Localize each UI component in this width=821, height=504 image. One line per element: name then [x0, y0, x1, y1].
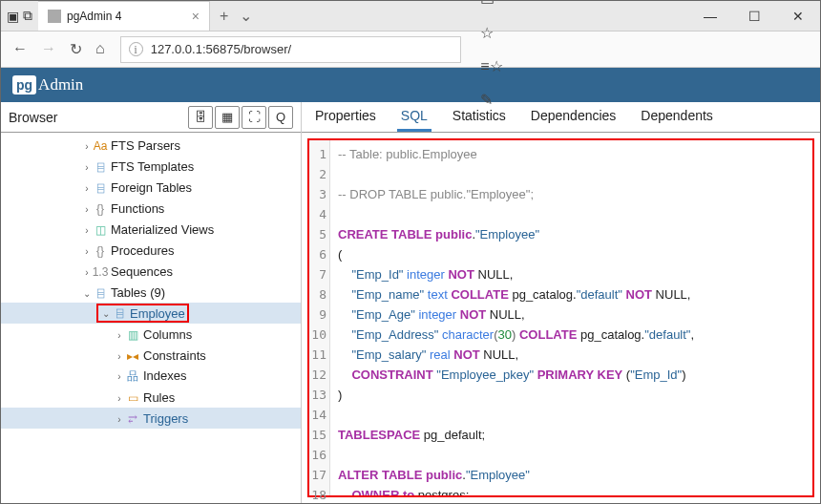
forward-button[interactable]: → [41, 40, 56, 58]
reading-view-icon[interactable]: ▭ [480, 0, 805, 9]
tab-title: pgAdmin 4 [67, 10, 186, 23]
tree-item-label: Procedures [111, 243, 174, 258]
tab-statistics[interactable]: Statistics [449, 102, 510, 132]
tree-item-label: Rules [143, 390, 175, 405]
browser-toolbar: Browser 🗄 ▦ ⛶ Q [1, 102, 301, 133]
tree-item-fts-parsers[interactable]: ›AaFTS Parsers [1, 135, 301, 156]
expand-arrow-icon[interactable]: › [114, 393, 125, 404]
refresh-button[interactable]: ↻ [70, 40, 82, 58]
tree-item-fts-templates[interactable]: ›⌸FTS Templates [1, 156, 301, 177]
expand-arrow-icon[interactable]: › [81, 183, 93, 194]
tree-type-icon: {} [93, 244, 108, 258]
new-tab-area: + ⌄ [210, 1, 262, 31]
tree-item-rules[interactable]: ›▭Rules [1, 387, 301, 408]
tree-type-icon: ▸◂ [125, 349, 140, 363]
tree-item-sequences[interactable]: ›1.3Sequences [1, 261, 301, 282]
favorite-icon[interactable]: ☆ [480, 24, 805, 42]
tree-item-label: Employee [130, 306, 185, 321]
tree-item-materialized-views[interactable]: ›◫Materialized Views [1, 219, 301, 240]
sql-editor-highlight: 1 2 3 4 5 6 7 8 9 10 11 12 13 14 15 16 1… [307, 138, 814, 497]
tab-properties[interactable]: Properties [311, 102, 380, 132]
tab-favicon-icon [48, 10, 61, 23]
tree-type-icon: ⌸ [93, 181, 108, 195]
tree-item-procedures[interactable]: ›{}Procedures [1, 240, 301, 261]
chevron-down-icon[interactable]: ⌄ [240, 7, 252, 25]
tree-item-tables-9-[interactable]: ⌄⌸Tables (9) [1, 282, 301, 303]
tree-item-columns[interactable]: ›▥Columns [1, 324, 301, 345]
content-area: PropertiesSQLStatisticsDependenciesDepen… [302, 102, 820, 503]
tree-item-label: Columns [143, 327, 192, 342]
expand-arrow-icon[interactable]: › [81, 204, 93, 215]
tree-item-label: FTS Parsers [111, 138, 180, 153]
url-text: 127.0.0.1:56875/browser/ [151, 42, 291, 56]
tree-type-icon: 品 [125, 368, 140, 385]
tab-dependencies[interactable]: Dependencies [527, 102, 621, 132]
expand-arrow-icon[interactable]: › [81, 141, 93, 152]
restore-icon: ⧉ [23, 8, 32, 24]
browser-tab[interactable]: pgAdmin 4 × [38, 1, 210, 31]
tree-item-constraints[interactable]: ›▸◂Constraints [1, 345, 301, 366]
tree-item-indexes[interactable]: ›品Indexes [1, 366, 301, 387]
tab-sql[interactable]: SQL [397, 102, 432, 132]
addrbar-right: ▭ ☆ ≡☆ ✎ [471, 0, 814, 109]
view-data-button[interactable]: ▦ [215, 106, 240, 129]
expand-arrow-icon[interactable]: › [81, 162, 93, 173]
tree-type-icon: 1.3 [93, 265, 108, 279]
expand-arrow-icon[interactable]: ⌄ [81, 288, 93, 299]
expand-arrow-icon[interactable]: › [114, 371, 125, 382]
close-icon[interactable]: × [192, 9, 200, 24]
filtered-rows-button[interactable]: ⛶ [242, 106, 266, 129]
tree-type-icon: {} [93, 202, 108, 216]
sql-editor[interactable]: 1 2 3 4 5 6 7 8 9 10 11 12 13 14 15 16 1… [302, 133, 820, 503]
pg-logo-icon: pg [12, 75, 36, 94]
object-tree[interactable]: ›AaFTS Parsers›⌸FTS Templates›⌸Foreign T… [1, 133, 301, 503]
main-area: Browser 🗄 ▦ ⛶ Q ›AaFTS Parsers›⌸FTS Temp… [1, 102, 820, 503]
browser-toolbar-buttons: 🗄 ▦ ⛶ Q [188, 106, 293, 129]
expand-arrow-icon[interactable]: ⌄ [100, 308, 112, 319]
tree-item-functions[interactable]: ›{}Functions [1, 198, 301, 219]
tree-item-label: FTS Templates [111, 159, 194, 174]
search-button[interactable]: Q [268, 106, 293, 129]
expand-arrow-icon[interactable]: › [114, 414, 125, 425]
tree-item-employee[interactable]: ⌄⌸Employee [1, 303, 301, 324]
new-tab-button[interactable]: + [220, 8, 228, 25]
sidebar: Browser 🗄 ▦ ⛶ Q ›AaFTS Parsers›⌸FTS Temp… [1, 102, 302, 503]
tree-type-icon: Aa [93, 139, 108, 153]
brand-text: Admin [38, 75, 83, 94]
nav-buttons: ← → ↻ ⌂ [7, 40, 111, 58]
expand-arrow-icon[interactable]: › [81, 225, 93, 236]
address-bar: ← → ↻ ⌂ i 127.0.0.1:56875/browser/ ▭ ☆ ≡… [1, 32, 820, 68]
info-icon[interactable]: i [129, 42, 143, 56]
query-tool-button[interactable]: 🗄 [188, 106, 213, 129]
line-gutter: 1 2 3 4 5 6 7 8 9 10 11 12 13 14 15 16 1… [309, 140, 330, 495]
expand-arrow-icon[interactable]: › [114, 330, 125, 341]
tree-item-label: Indexes [143, 368, 187, 383]
tree-type-icon: ▭ [125, 391, 140, 405]
tree-type-icon: ▥ [125, 328, 140, 342]
browser-title: Browser [9, 110, 57, 125]
expand-arrow-icon[interactable]: › [81, 246, 93, 257]
tree-item-triggers[interactable]: ›⥂Triggers [1, 408, 301, 429]
tree-type-icon: ⌸ [93, 160, 108, 174]
tree-type-icon: ⌸ [93, 286, 108, 300]
home-button[interactable]: ⌂ [95, 40, 105, 58]
tree-type-icon: ⌸ [112, 306, 127, 320]
tab-dependents[interactable]: Dependents [637, 102, 717, 132]
favorites-list-icon[interactable]: ≡☆ [480, 57, 805, 75]
sql-code[interactable]: -- Table: public.Employee -- DROP TABLE … [330, 140, 812, 495]
tree-item-foreign-tables[interactable]: ›⌸Foreign Tables [1, 177, 301, 198]
tree-item-label: Materialized Views [111, 222, 214, 237]
tree-item-label: Sequences [111, 264, 173, 279]
url-input[interactable]: i 127.0.0.1:56875/browser/ [120, 36, 462, 63]
tree-item-label: Triggers [143, 411, 188, 426]
back-button[interactable]: ← [12, 40, 28, 58]
tree-item-label: Foreign Tables [111, 180, 192, 195]
tree-item-label: Functions [111, 201, 164, 216]
cascade-icon: ▣ [7, 9, 19, 24]
system-icons: ▣ ⧉ [1, 1, 38, 31]
expand-arrow-icon[interactable]: › [81, 267, 93, 278]
tree-item-label: Tables (9) [111, 285, 165, 300]
tree-item-label: Constraints [143, 348, 206, 363]
expand-arrow-icon[interactable]: › [114, 351, 125, 362]
tree-type-icon: ⥂ [125, 412, 140, 426]
